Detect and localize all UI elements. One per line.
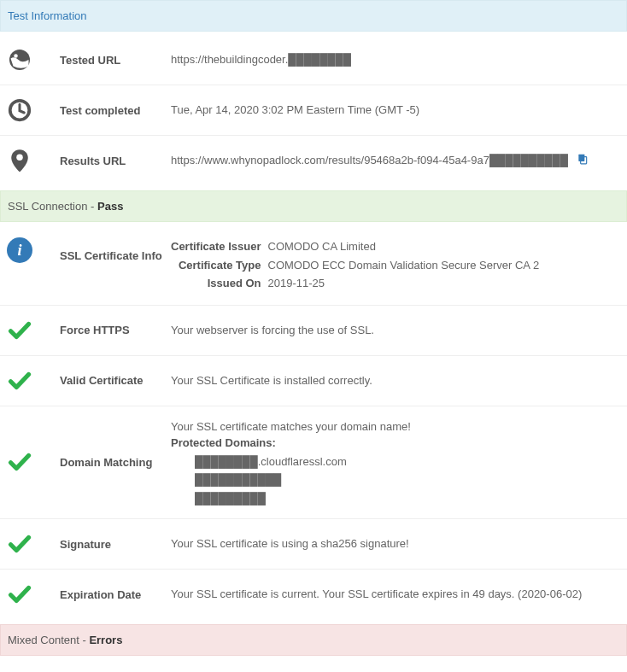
value-expiration: Your SSL certificate is current. Your SS… bbox=[171, 586, 622, 603]
label-results-url: Results URL bbox=[60, 155, 171, 167]
label-domain-matching: Domain Matching bbox=[60, 456, 171, 469]
value-force-https: Your webserver is forcing the use of SSL… bbox=[171, 322, 622, 339]
check-icon bbox=[7, 449, 32, 475]
cert-issuer: COMODO CA Limited bbox=[268, 237, 540, 256]
copy-icon[interactable] bbox=[577, 153, 589, 170]
row-cert-info: i SSL Certificate Info Certificate Issue… bbox=[0, 225, 627, 306]
section-title-prefix: Mixed Content - bbox=[8, 634, 89, 646]
value-tested-url: https://thebuildingcoder.████████ bbox=[171, 51, 622, 68]
check-icon bbox=[7, 368, 32, 394]
clock-icon bbox=[7, 97, 32, 123]
section-title-prefix: SSL Connection - bbox=[8, 200, 97, 213]
protected-domain-1: ████████.cloudflaressl.com bbox=[171, 453, 622, 470]
row-force-https: Force HTTPS Your webserver is forcing th… bbox=[0, 306, 627, 356]
label-cert-info: SSL Certificate Info bbox=[60, 237, 171, 262]
section-header-mixed: Mixed Content - Errors bbox=[0, 624, 627, 656]
cert-issued-on-label: Issued On bbox=[171, 274, 268, 293]
cert-type-label: Certificate Type bbox=[171, 256, 268, 275]
section-header-test-info: Test Information bbox=[0, 0, 627, 32]
value-test-completed: Tue, Apr 14, 2020 3:02 PM Eastern Time (… bbox=[171, 102, 622, 119]
value-valid-cert: Your SSL Certificate is installed correc… bbox=[171, 372, 622, 389]
cert-issuer-label: Certificate Issuer bbox=[171, 237, 268, 256]
info-icon: i bbox=[7, 237, 32, 263]
row-expiration: Expiration Date Your SSL certificate is … bbox=[0, 570, 627, 619]
protected-domains-label: Protected Domains: bbox=[171, 435, 622, 452]
label-expiration: Expiration Date bbox=[60, 588, 171, 601]
protected-domain-3: █████████ bbox=[171, 490, 622, 507]
check-icon bbox=[7, 531, 32, 557]
row-soft-failure: Soft Failure An image with an insecure u… bbox=[0, 659, 627, 672]
check-icon bbox=[7, 581, 32, 607]
row-results-url: Results URL https://www.whynopadlock.com… bbox=[0, 136, 627, 185]
section-status: Pass bbox=[97, 200, 123, 213]
globe-icon bbox=[7, 47, 32, 73]
row-valid-cert: Valid Certificate Your SSL Certificate i… bbox=[0, 356, 627, 406]
check-icon bbox=[7, 318, 32, 343]
svg-point-3 bbox=[16, 155, 23, 161]
pin-icon bbox=[7, 148, 32, 173]
value-signature: Your SSL certificate is using a sha256 s… bbox=[171, 535, 622, 552]
label-valid-cert: Valid Certificate bbox=[60, 374, 171, 387]
label-tested-url: Tested URL bbox=[60, 54, 171, 67]
svg-rect-5 bbox=[578, 154, 584, 161]
label-signature: Signature bbox=[60, 538, 171, 551]
cert-type: COMODO ECC Domain Validation Secure Serv… bbox=[268, 256, 540, 275]
label-test-completed: Test completed bbox=[60, 104, 171, 117]
section-title: Test Information bbox=[8, 9, 87, 22]
section-status: Errors bbox=[89, 634, 122, 646]
protected-domain-2: ███████████ bbox=[171, 471, 622, 488]
section-header-ssl: SSL Connection - Pass bbox=[0, 190, 627, 222]
domain-match-line1: Your SSL certificate matches your domain… bbox=[171, 418, 622, 435]
row-domain-matching: Domain Matching Your SSL certificate mat… bbox=[0, 406, 627, 520]
row-signature: Signature Your SSL certificate is using … bbox=[0, 519, 627, 570]
cert-issued-on: 2019-11-25 bbox=[268, 274, 540, 293]
label-force-https: Force HTTPS bbox=[60, 324, 171, 336]
svg-point-1 bbox=[14, 54, 18, 58]
row-tested-url: Tested URL https://thebuildingcoder.████… bbox=[0, 35, 627, 85]
row-test-completed: Test completed Tue, Apr 14, 2020 3:02 PM… bbox=[0, 85, 627, 136]
value-results-url: https://www.whynopadlock.com/results/954… bbox=[171, 154, 568, 167]
